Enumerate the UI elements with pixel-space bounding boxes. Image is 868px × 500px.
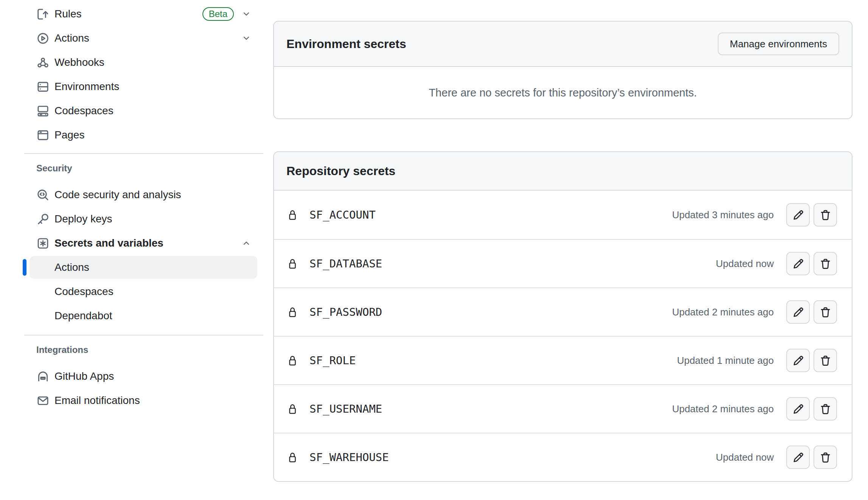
delete-secret-button[interactable] <box>814 397 837 421</box>
environment-secrets-empty-message: There are no secrets for this repository… <box>274 67 852 118</box>
pages-icon <box>36 129 49 141</box>
sidebar-item-email-notifications[interactable]: Email notifications <box>0 388 267 413</box>
sidebar-item-secrets-and-variables[interactable]: Secrets and variables <box>0 231 267 255</box>
environment-secrets-header: Environment secrets Manage environments <box>274 22 852 67</box>
key-icon <box>36 213 49 225</box>
repository-secrets-title: Repository secrets <box>286 164 395 178</box>
rules-icon <box>36 8 49 20</box>
sidebar-item-code-security[interactable]: Code security and analysis <box>0 183 267 207</box>
sidebar-item-label: Secrets and variables <box>54 237 163 249</box>
trash-icon <box>820 306 831 318</box>
environment-secrets-panel: Environment secrets Manage environments … <box>273 21 852 119</box>
secret-name: SF_DATABASE <box>310 257 382 270</box>
trash-icon <box>820 403 831 415</box>
delete-secret-button[interactable] <box>814 203 837 227</box>
secret-updated: Updated 2 minutes ago <box>672 306 774 318</box>
pencil-icon <box>792 306 804 318</box>
environment-secrets-title: Environment secrets <box>286 37 406 51</box>
trash-icon <box>820 355 831 366</box>
edit-secret-button[interactable] <box>786 300 810 324</box>
edit-secret-button[interactable] <box>786 349 810 372</box>
edit-secret-button[interactable] <box>786 446 810 469</box>
repository-secrets-header: Repository secrets <box>274 152 852 191</box>
sidebar-item-label: Rules <box>54 8 82 20</box>
sidebar-item-actions[interactable]: Actions <box>0 26 267 50</box>
secret-row: SF_PASSWORD Updated 2 minutes ago <box>274 287 852 336</box>
github-apps-icon <box>36 370 49 383</box>
edit-secret-button[interactable] <box>786 203 810 227</box>
webhooks-icon <box>36 56 49 69</box>
lock-icon <box>288 403 297 415</box>
pencil-icon <box>792 355 804 366</box>
trash-icon <box>820 209 831 221</box>
sidebar-item-label: Codespaces <box>54 105 114 117</box>
sidebar-item-rules[interactable]: Rules Beta <box>0 2 267 26</box>
pencil-icon <box>792 403 804 415</box>
code-security-icon <box>36 188 49 201</box>
sidebar-subitem-dependabot[interactable]: Dependabot <box>0 304 267 328</box>
environments-icon <box>36 80 49 93</box>
sidebar-section-integrations: Integrations <box>0 335 267 364</box>
delete-secret-button[interactable] <box>814 252 837 275</box>
delete-secret-button[interactable] <box>814 349 837 372</box>
secret-updated: Updated 3 minutes ago <box>672 209 774 221</box>
sidebar-item-label: Code security and analysis <box>54 189 181 201</box>
secret-row: SF_ACCOUNT Updated 3 minutes ago <box>274 191 852 239</box>
mail-icon <box>36 394 49 407</box>
actions-icon <box>36 32 49 45</box>
secret-updated: Updated 2 minutes ago <box>672 403 774 415</box>
secret-row: SF_WAREHOUSE Updated now <box>274 433 852 481</box>
beta-badge: Beta <box>202 7 234 21</box>
trash-icon <box>820 258 831 270</box>
lock-icon <box>288 209 297 221</box>
sidebar-subitem-actions[interactable]: Actions <box>30 256 257 279</box>
sidebar-subitem-codespaces[interactable]: Codespaces <box>0 280 267 304</box>
trash-icon <box>820 452 831 463</box>
manage-environments-button[interactable]: Manage environments <box>718 33 839 55</box>
secret-name: SF_USERNAME <box>310 402 382 415</box>
sidebar-item-label: Pages <box>54 129 84 141</box>
sidebar-section-security: Security <box>0 154 267 183</box>
secret-row: SF_ROLE Updated 1 minute ago <box>274 336 852 384</box>
sidebar-item-label: Webhooks <box>54 56 104 68</box>
sidebar-item-label: Actions <box>54 32 89 44</box>
sidebar-item-github-apps[interactable]: GitHub Apps <box>0 364 267 388</box>
delete-secret-button[interactable] <box>814 300 837 324</box>
chevron-down-icon <box>242 34 251 43</box>
sidebar-item-label: GitHub Apps <box>54 370 114 382</box>
edit-secret-button[interactable] <box>786 252 810 275</box>
secret-updated: Updated 1 minute ago <box>677 355 774 366</box>
settings-sidebar: Rules Beta Actions <box>0 0 267 500</box>
repository-secrets-panel: Repository secrets SF_ACCOUNT Updated 3 … <box>273 151 852 482</box>
secret-name: SF_WAREHOUSE <box>310 451 389 464</box>
key-asterisk-icon <box>36 237 49 250</box>
secret-name: SF_ROLE <box>310 354 356 367</box>
secret-updated: Updated now <box>716 258 774 270</box>
sidebar-item-label: Environments <box>54 81 119 93</box>
secret-updated: Updated now <box>716 452 774 463</box>
secret-name: SF_PASSWORD <box>310 306 382 318</box>
delete-secret-button[interactable] <box>814 446 837 469</box>
lock-icon <box>288 451 297 464</box>
lock-icon <box>288 306 297 318</box>
sidebar-item-webhooks[interactable]: Webhooks <box>0 50 267 75</box>
lock-icon <box>288 354 297 367</box>
pencil-icon <box>792 258 804 270</box>
sidebar-item-deploy-keys[interactable]: Deploy keys <box>0 207 267 231</box>
lock-icon <box>288 258 297 270</box>
sidebar-item-label: Deploy keys <box>54 213 112 225</box>
chevron-up-icon <box>242 239 251 248</box>
secret-name: SF_ACCOUNT <box>310 208 376 221</box>
sidebar-item-pages[interactable]: Pages <box>0 123 267 147</box>
secret-row: SF_DATABASE Updated now <box>274 239 852 287</box>
pencil-icon <box>792 209 804 221</box>
edit-secret-button[interactable] <box>786 397 810 421</box>
secret-row: SF_USERNAME Updated 2 minutes ago <box>274 384 852 433</box>
sidebar-item-label: Email notifications <box>54 394 140 407</box>
pencil-icon <box>792 452 804 463</box>
sidebar-item-codespaces[interactable]: Codespaces <box>0 99 267 123</box>
chevron-down-icon <box>242 9 251 19</box>
codespaces-icon <box>36 104 49 117</box>
sidebar-item-environments[interactable]: Environments <box>0 75 267 99</box>
secrets-main-content: Environment secrets Manage environments … <box>273 0 852 482</box>
